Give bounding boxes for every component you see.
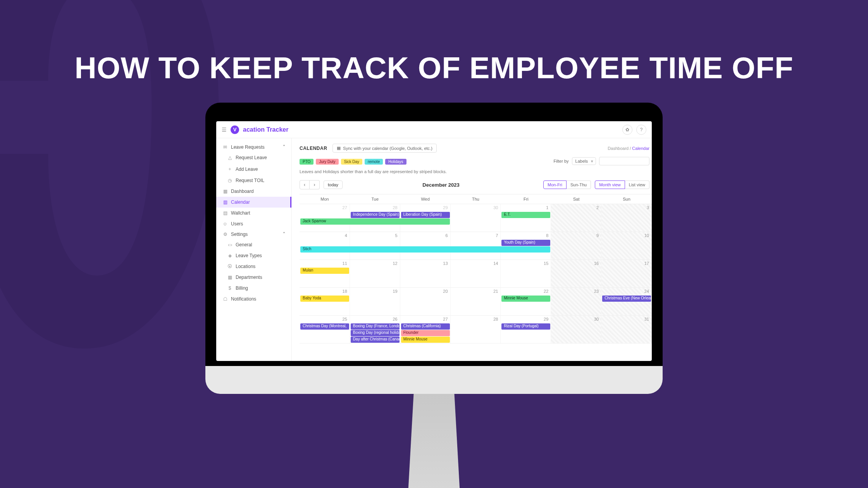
sidebar-item-billing[interactable]: $Billing [216, 283, 291, 294]
sync-calendar-button[interactable]: ▦Sync with your calendar (Google, Outloo… [332, 144, 437, 153]
calendar-cell[interactable]: 30 [451, 204, 501, 232]
calendar-cell[interactable]: 17 [601, 260, 652, 287]
sidebar-item-leave-types[interactable]: ◈Leave Types [216, 250, 291, 261]
sidebar-item-notifications[interactable]: ☖Notifications [216, 294, 291, 304]
calendar-event[interactable]: Youth Day (Spain) [501, 240, 550, 246]
breadcrumb-dashboard[interactable]: Dashboard [608, 146, 629, 151]
billing-icon: $ [227, 285, 232, 291]
sidebar-section-leave-requests[interactable]: ✉Leave Requests ˄ [216, 142, 291, 152]
day-number: 17 [604, 261, 649, 266]
calendar-cell[interactable]: 9 [551, 232, 601, 259]
list-view-button[interactable]: List view [625, 180, 649, 189]
calendar-cell[interactable]: 7 [451, 232, 501, 259]
sidebar-item-add-leave[interactable]: ＋Add Leave [216, 163, 291, 175]
calendar-event[interactable]: Minnie Mouse [501, 296, 550, 302]
legend-remote[interactable]: remote [365, 159, 383, 165]
calendar-cell[interactable]: 4 [300, 232, 350, 259]
calendar-event[interactable]: E.T. [501, 212, 550, 218]
calendar-cell[interactable]: 15 [501, 260, 551, 287]
calendar-event[interactable]: Baby Yoda [300, 296, 349, 302]
help-icon[interactable]: ? [636, 125, 646, 135]
filter-label: Filter by [553, 159, 568, 163]
doc-icon: ▭ [227, 242, 232, 247]
month-view-button[interactable]: Month view [595, 180, 625, 189]
sidebar-item-general[interactable]: ▭General [216, 239, 291, 250]
day-number: 10 [604, 233, 649, 238]
weekdays-monfri-button[interactable]: Mon-Fri [543, 180, 567, 189]
sidebar-section-settings[interactable]: ⚙Settings ˄ [216, 229, 291, 239]
dow-header: Wed [400, 194, 451, 204]
calendar-cell[interactable]: 21 [451, 288, 501, 315]
legend-jury-duty[interactable]: Jury Duty [316, 159, 338, 165]
calendar-cell[interactable]: 13 [400, 260, 451, 287]
dow-header: Tue [350, 194, 400, 204]
legend-pto[interactable]: PTO [300, 159, 313, 165]
day-number: 27 [403, 317, 448, 321]
calendar-cell[interactable]: 19 [350, 288, 400, 315]
calendar-event[interactable]: Day after Christmas (Canada) [351, 337, 400, 343]
calendar-event[interactable]: Independence Day (Spain) [351, 212, 400, 218]
share-icon[interactable]: ✿ [622, 125, 632, 135]
day-number: 20 [403, 289, 448, 294]
sidebar-item-calendar[interactable]: ▥Calendar [216, 197, 291, 208]
calendar-event[interactable]: Stich [300, 246, 550, 253]
calendar-cell[interactable]: 16 [551, 260, 601, 287]
chevron-up-icon: ˄ [283, 144, 285, 150]
calendar-event[interactable]: Boxing Day (France, London) [351, 323, 400, 330]
sidebar-item-dashboard[interactable]: ▦Dashboard [216, 186, 291, 197]
calendar-cell[interactable]: 23 [551, 288, 601, 315]
filter-labels-select[interactable]: Labels [572, 157, 596, 165]
sidebar-item-request-leave[interactable]: △Request Leave [216, 152, 291, 163]
calendar-event[interactable]: Christmas (California) [401, 323, 450, 330]
calendar-week: 11121314151617Mulan [300, 260, 652, 288]
day-number: 29 [403, 205, 448, 210]
calendar-cell[interactable]: 28 [451, 316, 501, 343]
filter-input[interactable] [599, 157, 649, 165]
breadcrumb-calendar: Calendar [632, 146, 649, 151]
calendar-event[interactable]: Jack Sparrow [300, 218, 450, 225]
content-area: CALENDAR ▦Sync with your calendar (Googl… [292, 138, 652, 361]
calendar-event[interactable]: Christmas Day (Montreal, [300, 323, 349, 330]
calendar-cell[interactable]: 5 [350, 232, 400, 259]
sidebar-item-departments[interactable]: ▦Departments [216, 272, 291, 283]
day-number: 9 [553, 233, 599, 238]
calendar-cell[interactable]: 6 [400, 232, 451, 259]
calendar-event[interactable]: Mulan [300, 268, 349, 274]
sidebar-item-locations[interactable]: ⦿Locations [216, 261, 291, 272]
brand-name: acation Tracker [243, 126, 288, 133]
day-number: 11 [302, 261, 347, 266]
sidebar-item-users[interactable]: ☺Users [216, 218, 291, 229]
calendar-cell[interactable]: 12 [350, 260, 400, 287]
calendar-event[interactable]: Flounder [401, 330, 450, 336]
calendar-cell[interactable]: 31 [601, 316, 652, 343]
sidebar-item-wallchart[interactable]: ▤Wallchart [216, 208, 291, 218]
day-number: 13 [403, 261, 448, 266]
today-button[interactable]: today [324, 180, 343, 189]
menu-toggle-icon[interactable]: ☰ [222, 127, 227, 133]
calendar-cell[interactable]: 20 [400, 288, 451, 315]
calendar-event[interactable]: Christmas Eve (New Orleans) [602, 296, 651, 302]
prev-month-button[interactable]: ‹ [300, 180, 310, 189]
day-number: 26 [352, 317, 398, 321]
calendar-event[interactable]: Minnie Mouse [401, 337, 450, 343]
legend-sick-day[interactable]: Sick Day [341, 159, 362, 165]
calendar-event[interactable]: Liberation Day (Spain) [401, 212, 450, 218]
calendar-cell[interactable]: 2 [551, 204, 601, 232]
calendar-cell[interactable]: 3 [601, 204, 652, 232]
legend-holidays[interactable]: Holidays [385, 159, 406, 165]
hero-title: HOW TO KEEP TRACK OF EMPLOYEE TIME OFF [0, 50, 868, 86]
calendar-cell[interactable]: 14 [451, 260, 501, 287]
calendar-event[interactable]: Rizal Day (Portugal) [501, 323, 550, 330]
weekdays-sunthu-button[interactable]: Sun-Thu [567, 180, 591, 189]
calendar-cell[interactable]: 30 [551, 316, 601, 343]
sidebar-item-request-toil[interactable]: ◷Request TOIL [216, 175, 291, 186]
day-number: 5 [352, 233, 398, 238]
building-icon: ▦ [227, 275, 232, 280]
day-number: 3 [604, 205, 649, 210]
next-month-button[interactable]: › [310, 180, 320, 189]
gear-icon: ⚙ [222, 232, 228, 237]
calendar-event[interactable]: Boxing Day (regional holiday) [351, 330, 400, 336]
calendar-cell[interactable]: 10 [601, 232, 652, 259]
day-number: 7 [453, 233, 498, 238]
calendar-cell[interactable]: 27 [300, 204, 350, 232]
